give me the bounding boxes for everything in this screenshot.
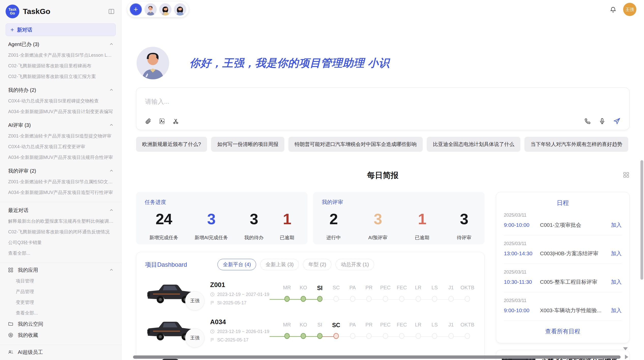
tool-help-me-write[interactable]: 帮我写作 <box>0 358 121 360</box>
suggestion-chip[interactable]: 比亚迪全固态电池计划具体说了什么 <box>427 137 520 152</box>
chevron-up-icon[interactable] <box>109 88 114 92</box>
stat-ai-pre-review: 3 AI预评审 <box>368 210 387 241</box>
clock-icon <box>210 292 215 297</box>
task-item[interactable]: A034-全新新能源MUV产品开发项目计划变更表编写 <box>0 106 121 117</box>
suggestion-chip[interactable]: 欧洲新规最近颁布了什么? <box>136 137 207 152</box>
project-row[interactable]: 王强 A034 2023-12-19 ~ 2026-01-19 <box>145 316 476 344</box>
chevron-up-icon[interactable] <box>109 208 114 213</box>
section-my-todo[interactable]: 我的待办 (2) <box>0 84 121 96</box>
horizontal-scrollbar[interactable] <box>133 355 621 359</box>
section-agent-done[interactable]: Agent已办 (3) <box>0 39 121 50</box>
collapse-sidebar-icon[interactable] <box>108 8 115 15</box>
section-my-review[interactable]: 我的评审 (2) <box>0 165 121 176</box>
chevron-up-icon[interactable] <box>109 268 114 272</box>
schedule-time: 9:00-10:00 <box>504 307 540 313</box>
chat-input-placeholder[interactable]: 请输入... <box>145 97 621 106</box>
daily-brief-header: 每日简报 <box>136 170 630 181</box>
schedule-name: C001-立项审批会 <box>540 221 607 229</box>
project-row[interactable]: 王强 Z001 2023-12-19 ~ 2027-01-19 <box>145 279 476 307</box>
task-item[interactable]: Z001-全新燃油轻卡产品开发项目SI造型提交物评审 <box>0 131 121 141</box>
session-avatar-2[interactable] <box>159 3 171 16</box>
join-link[interactable]: 加入 <box>611 278 622 286</box>
view-all-schedule-link[interactable]: 查看所有日程 <box>504 321 622 337</box>
layout-grid-icon[interactable] <box>623 172 630 178</box>
my-favorites[interactable]: 我的收藏 <box>0 329 121 341</box>
filter-pill[interactable]: 年型 (2) <box>303 259 331 270</box>
chevron-up-icon[interactable] <box>109 42 114 47</box>
tool-ai-super-staff[interactable]: AI超级员工 <box>0 347 121 358</box>
filter-pill[interactable]: 全新上装 (3) <box>260 259 299 270</box>
chevron-up-icon[interactable] <box>109 123 114 127</box>
section-title: Agent已办 (3) <box>8 41 39 48</box>
suggestion-chip[interactable]: 当下年轻人对汽车外观有怎样的喜好趋势 <box>524 137 628 152</box>
dashboard-filters: 全新平台 (4) 全新上装 (3) 年型 (2) 动总开发 (1) <box>217 259 374 270</box>
section-ai-review[interactable]: AI评审 (3) <box>0 119 121 131</box>
session-avatar-1[interactable] <box>144 3 157 16</box>
notification-bell-icon[interactable] <box>610 6 617 13</box>
stat-new-done: 24 新增完成任务 <box>149 210 178 241</box>
vertical-scrollbar[interactable] <box>640 160 643 280</box>
task-item[interactable]: C0X4-动力总成开发项目SI里程碑提交物检查 <box>0 96 121 106</box>
scroll-right-arrow[interactable] <box>625 355 628 359</box>
chat-input-card[interactable]: 请输入... <box>136 87 630 130</box>
app-root: Task Go TaskGo + 新对话 Agent已办 (3) Z001-全新… <box>0 0 644 360</box>
new-chat-button[interactable]: + 新对话 <box>6 23 116 36</box>
user-avatar[interactable]: 王强 <box>623 3 636 16</box>
session-switcher: + <box>127 2 189 17</box>
task-item[interactable]: Z001-全新燃油皮卡产品开发项目SI节点Lesson Learn报告 <box>0 50 121 61</box>
task-item[interactable]: A034-全新新能源MUV产品开发项目造型可行性评审 <box>0 187 121 198</box>
chevron-up-icon[interactable] <box>109 169 114 173</box>
new-session-button[interactable]: + <box>130 3 142 16</box>
task-item[interactable]: A034-全新新能源MUV产品开发项目法规符合性评审 <box>0 152 121 163</box>
suggestion-chip[interactable]: 如何写一份清晰的项目周报 <box>211 137 284 152</box>
flag-icon <box>210 301 215 305</box>
session-avatar-3[interactable] <box>174 3 186 16</box>
my-cloud-space[interactable]: 我的云空间 <box>0 318 121 329</box>
send-icon[interactable] <box>613 117 621 125</box>
suggestion-chips: 欧洲新规最近颁布了什么? 如何写一份清晰的项目周报 特朗普可能对进口汽车增税会对… <box>136 137 630 152</box>
my-cloud-label: 我的云空间 <box>18 321 43 327</box>
join-link[interactable]: 加入 <box>611 221 622 229</box>
apps-view-all[interactable]: 查看全部... <box>0 308 121 318</box>
scissors-icon[interactable] <box>172 118 179 125</box>
phone-call-icon[interactable] <box>584 118 591 125</box>
project-image: 王强 <box>145 279 200 307</box>
divider <box>0 263 121 263</box>
suggestion-chip[interactable]: 特朗普可能对进口汽车增税会对中国车企造成哪些影响 <box>288 137 423 152</box>
milestone-track: MR KO SI SC PA PR PEC FEC LR LS J1 <box>279 322 476 339</box>
section-recent-chats[interactable]: 最近对话 <box>0 205 121 216</box>
stat-pending-review: 3 待评审 <box>457 210 471 241</box>
join-link[interactable]: 加入 <box>611 250 622 257</box>
filter-pill[interactable]: 动总开发 (1) <box>335 259 374 270</box>
task-item[interactable]: C02-飞腾新能源轻客改款项目里程碑画布 <box>0 61 121 71</box>
schedule-time: 9:00-10:00 <box>504 222 540 228</box>
dashboard-title: 项目Dashboard <box>145 261 187 269</box>
card-title: 我的评审 <box>322 199 476 206</box>
attachment-icon[interactable] <box>145 118 152 125</box>
task-item[interactable]: C0X4-动力总成开发项目工程变更评审 <box>0 141 121 152</box>
recent-view-all[interactable]: 查看全部... <box>0 248 121 259</box>
scroll-down-arrow[interactable] <box>623 347 628 350</box>
task-item[interactable]: C02-飞腾新能源轻客改款项目立项汇报方案 <box>0 71 121 82</box>
my-apps-header[interactable]: 我的应用 <box>0 264 121 276</box>
join-link[interactable]: 加入 <box>611 307 622 314</box>
schedule-item: 2025/03/11 9:00-10:00 X003-车辆动力学性能验... 加… <box>504 292 622 321</box>
app-item-project-mgmt[interactable]: 项目管理 <box>0 276 121 286</box>
recent-chat-item[interactable]: 公司Q3轻卡销量 <box>0 237 121 248</box>
stat-review-overdue: 1 已逾期 <box>415 210 429 241</box>
task-item[interactable]: Z001-全新燃油轻卡产品开发项目SI节点属性5D文件评审 <box>0 176 121 187</box>
filter-pill-active[interactable]: 全新平台 (4) <box>217 259 256 270</box>
section-title: 最近对话 <box>8 207 28 214</box>
people-icon <box>8 349 14 355</box>
app-item-change-mgmt[interactable]: 变更管理 <box>0 297 121 308</box>
my-favorites-label: 我的收藏 <box>18 332 38 339</box>
image-icon[interactable] <box>159 118 165 125</box>
microphone-icon[interactable] <box>599 118 606 125</box>
app-title: TaskGo <box>23 7 108 16</box>
topbar: + 王强 <box>122 0 644 19</box>
stat-new-ai-done: 3 新增AI完成任务 <box>195 210 228 241</box>
recent-chat-item[interactable]: C02-飞腾新能源轻客改款项目的闭环通告反馈情况 <box>0 227 121 237</box>
project-owner-badge: 王强 <box>185 328 204 348</box>
app-item-product-mgmt[interactable]: 产品管理 <box>0 286 121 297</box>
recent-chat-item[interactable]: 解释最新出台的欧盟报废车法规再生塑料比例被调至15%... <box>0 216 121 227</box>
